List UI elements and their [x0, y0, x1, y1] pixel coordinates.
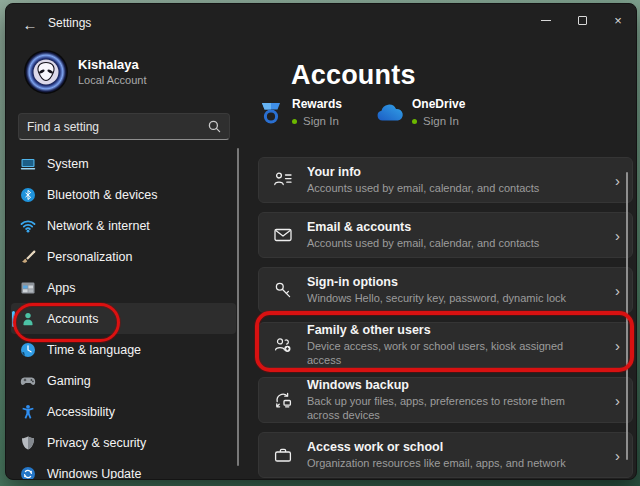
chevron-right-icon: › [615, 282, 620, 299]
sidebar-item-label: Network & internet [47, 219, 150, 233]
sidebar-item-bluetooth[interactable]: Bluetooth & devices [11, 179, 236, 210]
card-description: Back up your files, apps, preferences to… [307, 394, 598, 423]
email-accounts-icon [273, 225, 293, 245]
card-sign-in-options[interactable]: Sign-in options Windows Hello, security … [258, 267, 633, 313]
family-other-users-icon [273, 335, 293, 355]
card-description: Organization resources like email, apps,… [307, 456, 566, 470]
card-title: Family & other users [307, 322, 598, 339]
page-title: Accounts [291, 60, 416, 91]
chevron-right-icon: › [615, 447, 620, 464]
onedrive-promo[interactable]: OneDrive Sign In [374, 97, 465, 127]
gaming-icon [20, 373, 36, 389]
status-dot-icon [412, 119, 417, 124]
card-family-other-users[interactable]: Family & other users Device access, work… [258, 322, 633, 368]
minimize-icon [541, 20, 551, 21]
onedrive-icon [374, 100, 404, 126]
sidebar-item-label: Personalization [47, 250, 132, 264]
maximize-button[interactable] [564, 4, 600, 36]
sign-in-link: Sign In [423, 115, 459, 127]
card-description: Accounts used by email, calendar, and co… [307, 181, 539, 195]
search-input[interactable] [27, 120, 208, 134]
card-description: Accounts used by email, calendar, and co… [307, 236, 539, 250]
access-work-school-icon [273, 445, 293, 465]
card-description: Windows Hello, security key, password, d… [307, 291, 566, 305]
card-email-accounts[interactable]: Email & accounts Accounts used by email,… [258, 212, 633, 258]
card-title: Email & accounts [307, 219, 539, 236]
sidebar-item-label: Windows Update [47, 467, 142, 481]
accounts-icon [20, 311, 36, 327]
apps-icon [20, 280, 36, 296]
status-dot-icon [292, 119, 297, 124]
back-button[interactable]: ← [18, 12, 42, 36]
user-account-type: Local Account [78, 74, 147, 86]
promo-row: Rewards Sign In OneDrive [258, 97, 465, 127]
onedrive-label: OneDrive [412, 97, 465, 111]
close-button[interactable]: × [600, 4, 636, 36]
window-title: Settings [48, 16, 91, 30]
main-scrollbar[interactable] [626, 172, 629, 460]
privacy-security-icon [20, 435, 36, 451]
rewards-icon [258, 100, 284, 126]
selected-indicator [12, 311, 15, 327]
alien-logo-icon [24, 50, 68, 94]
minimize-button[interactable] [528, 4, 564, 36]
windows-update-icon [20, 466, 36, 481]
chevron-right-icon: › [615, 227, 620, 244]
card-title: Windows backup [307, 377, 598, 394]
avatar[interactable] [24, 50, 68, 94]
sidebar-item-label: Gaming [47, 374, 91, 388]
bluetooth-icon [20, 187, 36, 203]
sign-in-options-icon [273, 280, 293, 300]
sidebar-item-personalization[interactable]: Personalization [11, 241, 236, 272]
settings-window: ← Settings × [5, 3, 637, 480]
personalization-icon [20, 249, 36, 265]
system-icon [20, 156, 36, 172]
sidebar-item-label: Bluetooth & devices [47, 188, 158, 202]
close-icon: × [614, 14, 622, 27]
sidebar: Kishalaya Local Account System [6, 42, 244, 479]
rewards-label: Rewards [292, 97, 342, 111]
sidebar-item-network[interactable]: Network & internet [11, 210, 236, 241]
chevron-right-icon: › [615, 172, 620, 189]
sidebar-item-label: Apps [47, 281, 76, 295]
sidebar-item-windows-update[interactable]: Windows Update [11, 458, 236, 480]
maximize-icon [578, 16, 587, 25]
card-windows-backup[interactable]: Windows backup Back up your files, apps,… [258, 377, 633, 423]
back-arrow-icon: ← [23, 16, 38, 33]
windows-backup-icon [273, 390, 293, 410]
sidebar-item-system[interactable]: System [11, 148, 236, 179]
sidebar-item-label: System [47, 157, 89, 171]
card-title: Access work or school [307, 439, 566, 456]
your-info-icon [273, 170, 293, 190]
sidebar-item-label: Accounts [47, 312, 98, 326]
rewards-status[interactable]: Sign In [292, 115, 342, 127]
sidebar-item-label: Privacy & security [47, 436, 146, 450]
sidebar-item-time-language[interactable]: Time & language [11, 334, 236, 365]
card-description: Device access, work or school users, kio… [307, 339, 598, 368]
chevron-right-icon: › [615, 337, 620, 354]
search-icon [208, 120, 221, 133]
sidebar-item-accounts[interactable]: Accounts [11, 303, 236, 334]
sidebar-item-label: Accessibility [47, 405, 115, 419]
card-access-work-school[interactable]: Access work or school Organization resou… [258, 432, 633, 478]
sidebar-item-gaming[interactable]: Gaming [11, 365, 236, 396]
sidebar-item-accessibility[interactable]: Accessibility [11, 396, 236, 427]
settings-card-list: Your info Accounts used by email, calend… [258, 157, 633, 480]
card-your-info[interactable]: Your info Accounts used by email, calend… [258, 157, 633, 203]
chevron-right-icon: › [615, 392, 620, 409]
sidebar-item-privacy-security[interactable]: Privacy & security [11, 427, 236, 458]
card-title: Your info [307, 164, 539, 181]
sidebar-scrollbar[interactable] [237, 148, 239, 466]
sidebar-nav: System Bluetooth & devices Network [11, 148, 236, 480]
titlebar: ← Settings × [6, 4, 636, 42]
search-box[interactable] [18, 113, 230, 140]
main-content: Accounts Rewards Sign In [244, 42, 636, 479]
user-name: Kishalaya [78, 57, 139, 72]
rewards-promo[interactable]: Rewards Sign In [258, 97, 342, 127]
accessibility-icon [20, 404, 36, 420]
card-title: Sign-in options [307, 274, 566, 291]
sign-in-link: Sign In [303, 115, 339, 127]
network-icon [20, 218, 36, 234]
sidebar-item-apps[interactable]: Apps [11, 272, 236, 303]
onedrive-status[interactable]: Sign In [412, 115, 465, 127]
